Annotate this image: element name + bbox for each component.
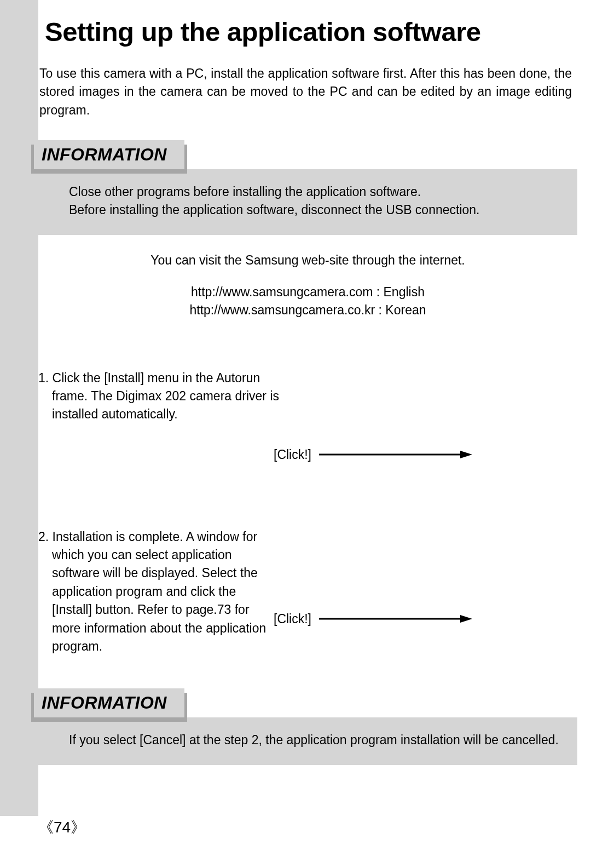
step-2-click-callout: [Click!] xyxy=(274,610,472,628)
step-2-body: 2. Installation is complete. A window fo… xyxy=(38,528,279,656)
info-box-1-body: Close other programs before installing t… xyxy=(34,169,577,235)
step-1-click-label: [Click!] xyxy=(274,446,311,464)
step-2-click-label: [Click!] xyxy=(274,610,311,628)
step-2-text: 2. Installation is complete. A window fo… xyxy=(38,528,279,656)
arrow-right-icon xyxy=(319,614,472,623)
info-heading-1: INFORMATION xyxy=(42,145,167,165)
web-url-korean: http://www.samsungcamera.co.kr : Korean xyxy=(38,301,577,319)
page-title: Setting up the application software xyxy=(38,0,577,47)
info-box-2-header: INFORMATION xyxy=(38,688,577,717)
svg-marker-3 xyxy=(460,615,472,623)
open-bracket-icon: 《 xyxy=(38,819,54,836)
web-url-english: http://www.samsungcamera.com : English xyxy=(38,283,577,301)
step-1: 1. Click the [Install] menu in the Autor… xyxy=(38,369,577,424)
info1-line2: Before installing the application softwa… xyxy=(69,201,566,219)
arrow-right-icon xyxy=(319,450,472,459)
install-steps: 1. Click the [Install] menu in the Autor… xyxy=(38,369,577,656)
step-1-text: 1. Click the [Install] menu in the Autor… xyxy=(38,369,279,424)
info-tab-2: INFORMATION xyxy=(34,688,184,717)
svg-marker-1 xyxy=(460,451,472,458)
intro-paragraph: To use this camera with a PC, install th… xyxy=(38,47,577,119)
step-1-body: 1. Click the [Install] menu in the Autor… xyxy=(38,369,279,424)
page-number-value: 74 xyxy=(54,819,71,836)
web-section: You can visit the Samsung web-site throu… xyxy=(38,251,577,320)
web-lead: You can visit the Samsung web-site throu… xyxy=(38,251,577,269)
step-1-click-callout: [Click!] xyxy=(274,446,472,464)
page-number: 《74》 xyxy=(38,817,86,838)
info-box-2-body: If you select [Cancel] at the step 2, th… xyxy=(34,717,577,764)
info1-line1: Close other programs before installing t… xyxy=(69,183,566,201)
info-tab: INFORMATION xyxy=(34,140,184,169)
page-content: Setting up the application software To u… xyxy=(38,0,577,765)
info2-body-text: If you select [Cancel] at the step 2, th… xyxy=(69,733,559,747)
info-box-1-header: INFORMATION xyxy=(38,140,577,169)
manual-page: Setting up the application software To u… xyxy=(0,0,591,868)
close-bracket-icon: 》 xyxy=(71,819,86,836)
info-heading-2: INFORMATION xyxy=(42,693,167,713)
step-2: 2. Installation is complete. A window fo… xyxy=(38,528,577,656)
